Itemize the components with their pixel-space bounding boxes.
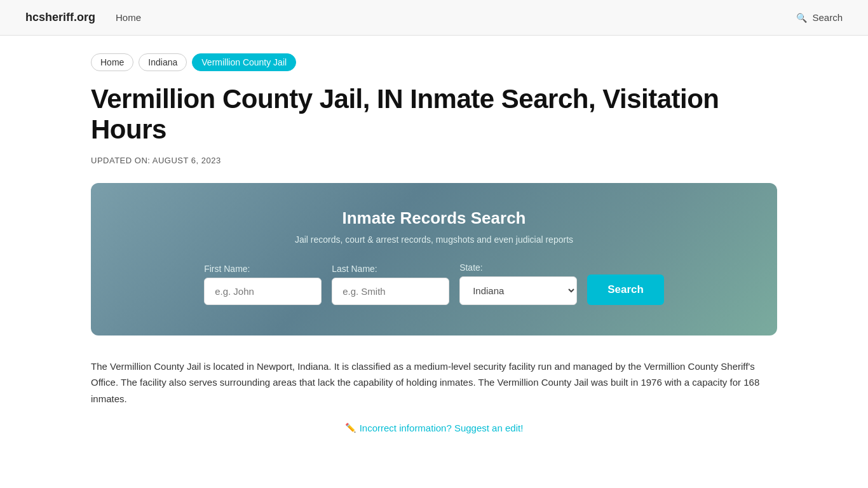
search-card-subtitle: Jail records, court & arrest records, mu… [129, 234, 739, 245]
nav-home-link[interactable]: Home [116, 12, 141, 23]
first-name-label: First Name: [204, 264, 250, 274]
pencil-icon: ✏️ [345, 423, 356, 433]
search-button[interactable]: Search [587, 274, 664, 305]
last-name-label: Last Name: [332, 264, 377, 274]
state-group: State: Indiana Illinois Ohio Michigan Ke… [459, 262, 577, 305]
navbar-search-label[interactable]: Search [812, 12, 843, 23]
navbar-left: hcsheriff.org Home [25, 11, 141, 24]
breadcrumb-vermillion[interactable]: Vermillion County Jail [192, 53, 296, 71]
main-content: Home Indiana Vermillion County Jail Verm… [65, 36, 803, 471]
search-icon: 🔍 [796, 13, 807, 23]
inmate-search-card: Inmate Records Search Jail records, cour… [91, 183, 777, 336]
navbar: hcsheriff.org Home 🔍 Search [0, 0, 868, 36]
inmate-search-form: First Name: Last Name: State: Indiana Il… [129, 262, 739, 305]
suggest-edit-link[interactable]: ✏️ Incorrect information? Suggest an edi… [345, 423, 524, 433]
suggest-edit-label: Incorrect information? Suggest an edit! [360, 423, 524, 433]
breadcrumb-home[interactable]: Home [91, 53, 133, 71]
search-card-title: Inmate Records Search [129, 208, 739, 228]
description-text: The Vermillion County Jail is located in… [91, 358, 777, 407]
page-title: Vermillion County Jail, IN Inmate Search… [91, 84, 777, 146]
breadcrumb: Home Indiana Vermillion County Jail [91, 53, 777, 71]
last-name-group: Last Name: [332, 264, 449, 305]
first-name-group: First Name: [204, 264, 322, 305]
suggest-edit-section: ✏️ Incorrect information? Suggest an edi… [91, 422, 777, 433]
state-select[interactable]: Indiana Illinois Ohio Michigan Kentucky [459, 276, 577, 305]
first-name-input[interactable] [204, 278, 322, 305]
breadcrumb-indiana[interactable]: Indiana [139, 53, 187, 71]
last-name-input[interactable] [332, 278, 449, 305]
site-logo[interactable]: hcsheriff.org [25, 11, 95, 24]
navbar-search[interactable]: 🔍 Search [796, 12, 843, 23]
updated-on: UPDATED ON: AUGUST 6, 2023 [91, 156, 777, 165]
state-label: State: [459, 262, 483, 273]
